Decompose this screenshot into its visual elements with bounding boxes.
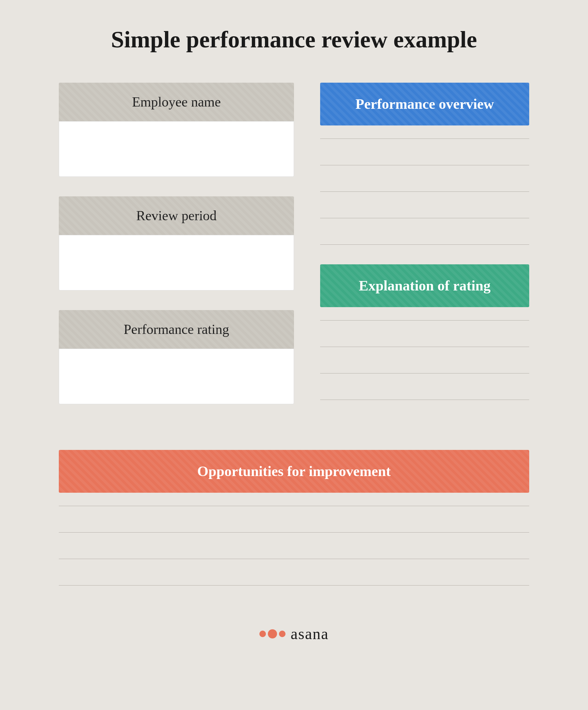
left-column: Employee name Review period Performance … xyxy=(59,83,294,424)
performance-rating-header: Performance rating xyxy=(59,310,294,349)
review-period-section: Review period xyxy=(59,196,294,310)
performance-rating-label: Performance rating xyxy=(123,322,229,337)
opportunities-lines xyxy=(59,493,529,598)
opportunities-for-improvement-header: Opportunities for improvement xyxy=(59,450,529,493)
employee-name-input-area[interactable] xyxy=(59,121,294,177)
page-container: Simple performance review example Employ… xyxy=(0,0,588,710)
line-3 xyxy=(320,191,529,192)
line-9 xyxy=(320,400,529,400)
explanation-of-rating-lines xyxy=(320,307,529,413)
performance-rating-section: Performance rating xyxy=(59,310,294,424)
performance-overview-label: Performance overview xyxy=(356,96,494,112)
line-6 xyxy=(320,320,529,321)
line-4 xyxy=(320,218,529,218)
explanation-of-rating-header: Explanation of rating xyxy=(320,264,529,307)
review-period-label: Review period xyxy=(136,208,217,223)
asana-dot-right xyxy=(279,631,286,637)
main-content: Employee name Review period Performance … xyxy=(59,83,529,424)
employee-name-label: Employee name xyxy=(132,94,221,110)
bottom-line-1 xyxy=(59,506,529,506)
asana-logo: asana xyxy=(260,625,329,643)
line-5 xyxy=(320,244,529,245)
line-2 xyxy=(320,165,529,165)
asana-dot-left xyxy=(260,631,266,637)
explanation-of-rating-label: Explanation of rating xyxy=(359,278,490,294)
performance-overview-header: Performance overview xyxy=(320,83,529,125)
performance-rating-input-area[interactable] xyxy=(59,349,294,404)
asana-brand-name: asana xyxy=(291,625,329,643)
employee-name-header: Employee name xyxy=(59,83,294,121)
employee-name-section: Employee name xyxy=(59,83,294,196)
right-column: Performance overview Explanation of rati… xyxy=(320,83,529,413)
performance-overview-lines xyxy=(320,125,529,258)
line-1 xyxy=(320,139,529,139)
bottom-line-2 xyxy=(59,532,529,532)
opportunities-for-improvement-label: Opportunities for improvement xyxy=(197,463,391,479)
line-7 xyxy=(320,347,529,347)
page-title: Simple performance review example xyxy=(111,26,477,53)
asana-icon xyxy=(260,629,286,638)
review-period-header: Review period xyxy=(59,196,294,235)
line-8 xyxy=(320,373,529,374)
bottom-section: Opportunities for improvement xyxy=(59,450,529,598)
bottom-line-4 xyxy=(59,585,529,586)
review-period-input-area[interactable] xyxy=(59,235,294,290)
asana-dot-center xyxy=(268,629,277,638)
bottom-line-3 xyxy=(59,559,529,559)
